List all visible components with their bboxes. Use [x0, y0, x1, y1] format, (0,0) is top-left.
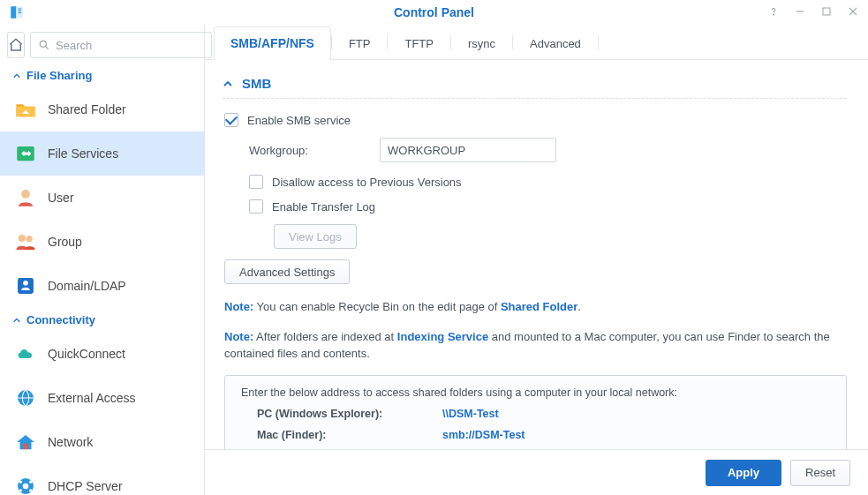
domain-icon [14, 274, 37, 297]
sidebar-item-label: External Access [48, 391, 136, 405]
mac-address-label: Mac (Finder): [257, 429, 442, 441]
svg-rect-2 [19, 9, 22, 10]
note-recycle-bin: Note: You can enable Recycle Bin on the … [224, 298, 847, 316]
svg-rect-20 [24, 444, 28, 450]
enable-log-checkbox[interactable] [249, 199, 263, 214]
window-title: Control Panel [0, 5, 868, 19]
pc-address-label: PC (Windows Explorer): [257, 408, 442, 420]
sidebar-item-label: DHCP Server [48, 479, 123, 493]
chevron-up-icon [12, 316, 21, 325]
mac-address-value: smb://DSM-Test [442, 429, 525, 441]
globe-icon [14, 386, 37, 409]
cloud-icon [14, 342, 37, 365]
tab-advanced[interactable]: Advanced [513, 27, 598, 59]
sidebar-item-label: Domain/LDAP [48, 279, 126, 293]
content-area: SMB/AFP/NFS FTP TFTP rsync Advanced SMB … [205, 25, 868, 495]
chevron-up-icon [223, 79, 233, 89]
apply-button[interactable]: Apply [706, 460, 781, 486]
svg-point-23 [19, 481, 22, 484]
note-indexing: Note: After folders are indexed at Index… [224, 328, 847, 363]
svg-point-22 [23, 484, 29, 490]
group-icon [14, 230, 37, 253]
sidebar-item-dhcp-server[interactable]: DHCP Server [0, 464, 204, 495]
svg-point-10 [40, 41, 46, 47]
pc-address-value: \\DSM-Test [442, 408, 499, 420]
search-input[interactable] [56, 39, 204, 52]
view-logs-button[interactable]: View Logs [274, 224, 357, 249]
svg-point-15 [19, 235, 26, 242]
minimize-button[interactable] [790, 2, 810, 21]
enable-smb-label: Enable SMB service [247, 114, 351, 127]
svg-rect-3 [19, 11, 22, 11]
sidebar-item-user[interactable]: User [0, 176, 204, 220]
enable-log-label: Enable Transfer Log [272, 200, 375, 214]
svg-point-26 [29, 489, 32, 491]
sidebar-item-quickconnect[interactable]: QuickConnect [0, 332, 204, 376]
footer: Apply Reset [205, 449, 868, 495]
svg-point-18 [23, 281, 28, 286]
sidebar: File Sharing Shared Folder File Services… [0, 25, 205, 495]
sidebar-item-label: File Services [48, 146, 118, 161]
svg-point-16 [26, 236, 32, 242]
user-icon [14, 186, 37, 209]
sidebar-item-file-services[interactable]: File Services [0, 131, 204, 176]
svg-rect-7 [823, 8, 830, 15]
sidebar-item-shared-folder[interactable]: Shared Folder [0, 87, 204, 131]
smb-header-label: SMB [242, 76, 271, 91]
sidebar-item-label: Shared Folder [48, 102, 126, 116]
tab-tftp[interactable]: TFTP [388, 27, 450, 59]
sidebar-item-domain-ldap[interactable]: Domain/LDAP [0, 264, 204, 308]
svg-rect-0 [11, 6, 16, 19]
infobox-intro: Enter the below address to access shared… [241, 386, 830, 399]
folder-share-icon [14, 98, 37, 121]
sidebar-item-network[interactable]: Network [0, 420, 204, 464]
sidebar-item-label: User [48, 191, 74, 205]
home-button[interactable] [7, 32, 25, 58]
svg-point-5 [774, 14, 774, 15]
section-file-sharing[interactable]: File Sharing [0, 64, 204, 87]
enable-smb-checkbox[interactable] [224, 113, 238, 127]
maximize-button[interactable] [817, 2, 836, 21]
window-controls [764, 2, 863, 21]
sidebar-item-label: Group [48, 235, 82, 249]
close-button[interactable] [843, 2, 863, 21]
svg-point-25 [19, 489, 22, 491]
search-icon [38, 39, 50, 51]
indexing-service-link[interactable]: Indexing Service [397, 330, 488, 343]
section-label: Connectivity [26, 313, 95, 326]
sidebar-item-label: Network [48, 435, 93, 449]
smb-section-header[interactable]: SMB [223, 76, 847, 99]
tab-bar: SMB/AFP/NFS FTP TFTP rsync Advanced [205, 25, 868, 60]
sidebar-item-external-access[interactable]: External Access [0, 376, 204, 420]
advanced-settings-button[interactable]: Advanced Settings [224, 259, 350, 284]
title-bar: Control Panel [0, 0, 868, 25]
search-box[interactable] [30, 32, 212, 58]
section-label: File Sharing [26, 69, 92, 82]
tab-smb-afp-nfs[interactable]: SMB/AFP/NFS [214, 26, 331, 60]
tab-rsync[interactable]: rsync [451, 27, 512, 59]
chevron-up-icon [12, 71, 21, 80]
tab-ftp[interactable]: FTP [332, 27, 388, 59]
access-address-box: Enter the below address to access shared… [224, 375, 847, 450]
network-icon [14, 431, 37, 454]
sidebar-item-label: QuickConnect [48, 347, 125, 361]
sidebar-item-group[interactable]: Group [0, 220, 204, 264]
disallow-prev-checkbox[interactable] [249, 175, 263, 189]
shared-folder-link[interactable]: Shared Folder [501, 300, 577, 313]
section-connectivity[interactable]: Connectivity [0, 308, 204, 332]
app-icon [0, 0, 34, 25]
workgroup-label: Workgroup: [249, 144, 380, 157]
help-button[interactable] [764, 2, 783, 21]
svg-rect-4 [19, 12, 22, 13]
file-services-icon [14, 142, 37, 165]
svg-line-11 [46, 47, 49, 49]
dhcp-icon [14, 475, 37, 495]
disallow-prev-label: Disallow access to Previous Versions [272, 176, 462, 189]
reset-button[interactable]: Reset [790, 460, 850, 486]
svg-point-14 [21, 190, 30, 199]
svg-point-24 [29, 481, 32, 484]
workgroup-input[interactable] [380, 138, 556, 162]
svg-rect-17 [18, 278, 34, 294]
